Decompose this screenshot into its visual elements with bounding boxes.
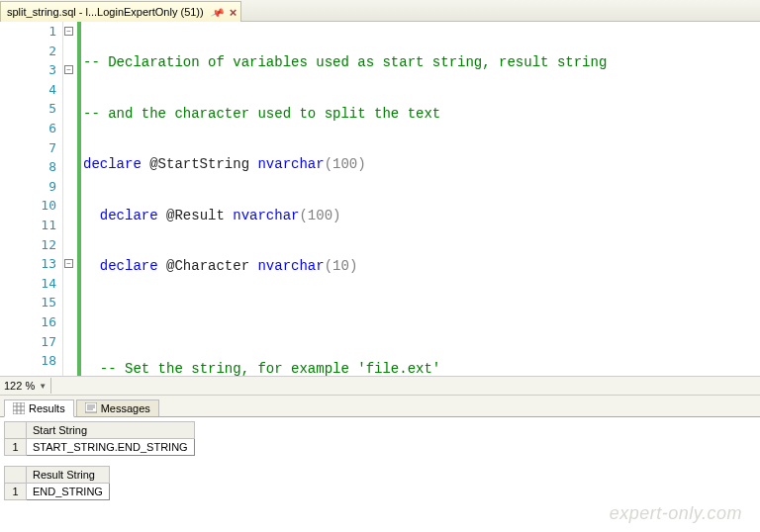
corner-header xyxy=(5,422,27,439)
messages-icon xyxy=(85,402,97,414)
code-token: @StartString xyxy=(142,156,258,172)
line-number: 4 xyxy=(0,80,60,100)
results-tab[interactable]: Results xyxy=(4,399,74,417)
line-number: 6 xyxy=(0,119,60,138)
zoom-select[interactable]: 122 % ▼ xyxy=(2,377,48,395)
row-header[interactable]: 1 xyxy=(5,439,27,456)
code-token: (100) xyxy=(299,208,340,223)
code-text[interactable]: -- Declaration of variables used as star… xyxy=(81,22,760,376)
grid-cell[interactable]: START_STRING.END_STRING xyxy=(27,439,195,456)
code-token: declare xyxy=(83,156,142,172)
code-token: (100) xyxy=(325,156,366,172)
results-tab-bar: Results Messages xyxy=(0,396,760,417)
code-token: @Result xyxy=(158,208,234,223)
line-number: 11 xyxy=(0,216,60,235)
svg-rect-0 xyxy=(13,402,25,414)
code-token: declare xyxy=(100,258,158,274)
results-tab-label: Results xyxy=(29,402,65,414)
code-token: nvarchar xyxy=(233,208,299,223)
code-token: nvarchar xyxy=(257,258,324,274)
editor-tab[interactable]: split_string.sql - l...LoginExpertOnly (… xyxy=(0,1,241,22)
zoom-bar: 122 % ▼ xyxy=(0,376,760,396)
line-number: 17 xyxy=(0,332,60,352)
close-icon[interactable]: × xyxy=(230,5,238,20)
chevron-down-icon: ▼ xyxy=(39,382,47,391)
row-header[interactable]: 1 xyxy=(5,484,27,500)
results-grid-1[interactable]: Start String 1 START_STRING.END_STRING xyxy=(4,421,195,456)
code-token: -- and the character used to split the t… xyxy=(83,106,440,122)
column-header[interactable]: Start String xyxy=(27,422,195,439)
grid-cell[interactable]: END_STRING xyxy=(27,484,110,500)
tab-bar: split_string.sql - l...LoginExpertOnly (… xyxy=(0,0,760,22)
code-token: nvarchar xyxy=(257,156,324,172)
fold-toggle-icon[interactable]: − xyxy=(64,65,73,74)
fold-toggle-icon[interactable]: − xyxy=(64,27,73,36)
grid-icon xyxy=(13,402,25,414)
line-number: 18 xyxy=(0,351,60,371)
results-grid-2[interactable]: Result String 1 END_STRING xyxy=(4,466,110,500)
pin-icon[interactable]: 📌 xyxy=(210,5,225,19)
results-panel: Start String 1 START_STRING.END_STRING R… xyxy=(0,417,760,500)
code-token: declare xyxy=(100,208,158,223)
code-token: -- Set the string, for example 'file.ext… xyxy=(100,361,440,376)
tab-title: split_string.sql - l...LoginExpertOnly (… xyxy=(7,6,204,18)
line-number: 9 xyxy=(0,177,60,197)
line-number: 15 xyxy=(0,293,60,312)
line-number-gutter: 1 2 3 4 5 6 7 8 9 10 11 12 13 14 15 16 1… xyxy=(0,22,63,376)
line-number: 5 xyxy=(0,99,60,119)
line-number: 13 xyxy=(0,254,60,274)
corner-header xyxy=(5,467,27,484)
line-number: 2 xyxy=(0,42,60,61)
code-editor[interactable]: 1 2 3 4 5 6 7 8 9 10 11 12 13 14 15 16 1… xyxy=(0,22,760,376)
line-number: 3 xyxy=(0,60,60,80)
messages-tab[interactable]: Messages xyxy=(76,399,159,416)
separator xyxy=(50,378,51,394)
code-token: (10) xyxy=(325,258,358,274)
zoom-value: 122 % xyxy=(4,380,35,392)
code-token: @Character xyxy=(158,258,258,274)
line-number: 8 xyxy=(0,157,60,177)
column-header[interactable]: Result String xyxy=(27,467,110,484)
code-token: -- Declaration of variables used as star… xyxy=(83,54,607,70)
line-number: 7 xyxy=(0,138,60,158)
fold-strip: − − − xyxy=(63,22,77,376)
line-number: 12 xyxy=(0,235,60,255)
line-number: 10 xyxy=(0,196,60,216)
messages-tab-label: Messages xyxy=(101,402,150,414)
fold-toggle-icon[interactable]: − xyxy=(64,259,73,268)
line-number: 14 xyxy=(0,274,60,294)
line-number: 16 xyxy=(0,312,60,332)
line-number: 1 xyxy=(0,22,60,42)
watermark: expert-only.com xyxy=(610,503,742,524)
